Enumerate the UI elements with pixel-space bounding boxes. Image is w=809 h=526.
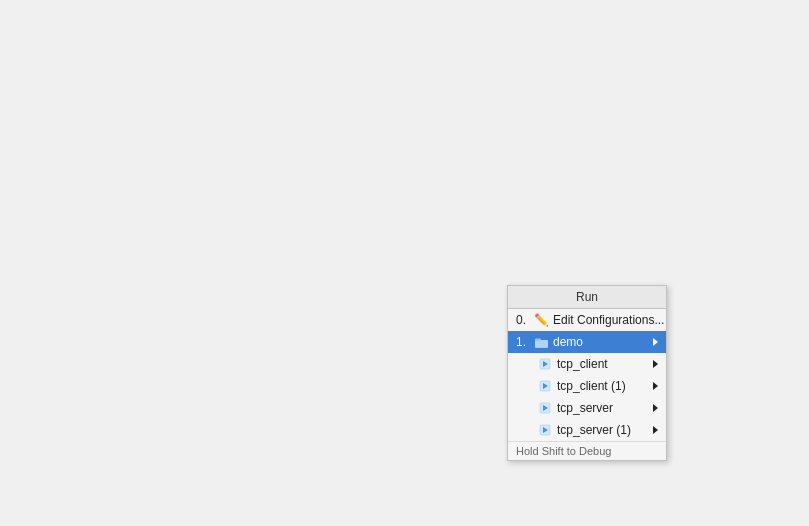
folder-icon — [534, 335, 548, 349]
menu-item-edit-configurations[interactable]: 0. ✏️ Edit Configurations... — [508, 309, 666, 331]
run-icon-tcp-server-1 — [538, 423, 552, 437]
demo-submenu-arrow — [653, 338, 658, 346]
tcp-server-1-submenu-arrow — [653, 426, 658, 434]
tcp-client-1-submenu-arrow — [653, 382, 658, 390]
pencil-icon: ✏️ — [534, 313, 548, 327]
tcp-client-label: tcp_client — [557, 357, 653, 371]
tcp-client-1-label: tcp_client (1) — [557, 379, 653, 393]
menu-item-tcp-client-1[interactable]: tcp_client (1) — [508, 375, 666, 397]
menu-footer-label: Hold Shift to Debug — [516, 445, 611, 457]
menu-item-tcp-server[interactable]: tcp_server — [508, 397, 666, 419]
run-icon-tcp-client-1 — [538, 379, 552, 393]
svg-rect-2 — [535, 340, 548, 348]
item-number-demo: 1. — [516, 335, 530, 349]
menu-item-demo[interactable]: 1. demo — [508, 331, 666, 353]
tcp-server-1-label: tcp_server (1) — [557, 423, 653, 437]
menu-header: Run — [508, 286, 666, 309]
edit-configurations-label: Edit Configurations... — [553, 313, 664, 327]
menu-item-tcp-client[interactable]: tcp_client — [508, 353, 666, 375]
demo-label: demo — [553, 335, 653, 349]
svg-rect-3 — [535, 339, 541, 341]
item-number-edit: 0. — [516, 313, 530, 327]
run-icon-tcp-client — [538, 357, 552, 371]
tcp-client-submenu-arrow — [653, 360, 658, 368]
menu-footer: Hold Shift to Debug — [508, 441, 666, 460]
tcp-server-label: tcp_server — [557, 401, 653, 415]
menu-item-tcp-server-1[interactable]: tcp_server (1) — [508, 419, 666, 441]
run-icon-tcp-server — [538, 401, 552, 415]
tcp-server-submenu-arrow — [653, 404, 658, 412]
menu-header-label: Run — [576, 290, 598, 304]
context-menu: Run 0. ✏️ Edit Configurations... 1. demo — [507, 285, 667, 461]
